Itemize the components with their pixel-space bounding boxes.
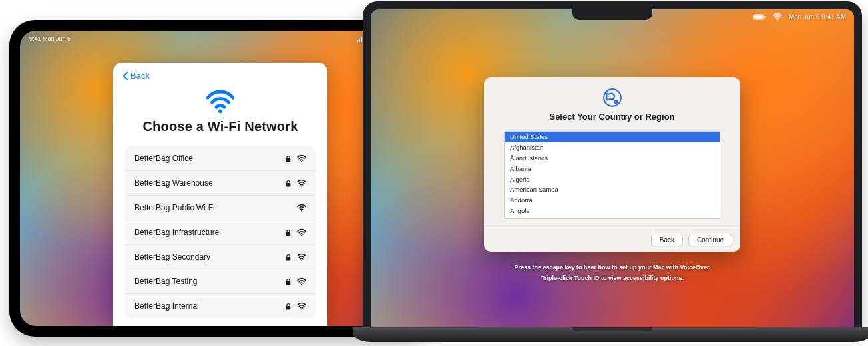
wifi-icon: [297, 253, 306, 261]
ipad-status-bar: 9:41 Mon Jun 6 100%: [29, 35, 411, 43]
wifi-icon: [297, 204, 306, 212]
wifi-network-list: BetterBag OfficeBetterBag WarehouseBette…: [125, 146, 316, 318]
back-label: Back: [130, 71, 150, 81]
wifi-icon: [297, 179, 306, 187]
wifi-network-icons: [285, 179, 306, 188]
mac-clock: Mon Jun 6 9:41 AM: [789, 13, 846, 21]
wifi-network-name: BetterBag Testing: [134, 277, 198, 286]
wifi-icon: [773, 13, 782, 21]
lock-icon: [285, 154, 292, 163]
lock-icon: [285, 253, 292, 261]
wifi-network-name: BetterBag Secondary: [134, 252, 210, 261]
wifi-network-name: BetterBag Office: [134, 154, 193, 163]
ipad-status-time: 9:41 Mon Jun 6: [29, 35, 71, 42]
wifi-network-icons: [285, 253, 306, 261]
wifi-network-name: BetterBag Warehouse: [134, 178, 213, 188]
lock-icon: [285, 228, 292, 237]
continue-button[interactable]: Continue: [688, 234, 732, 246]
lock-icon: [285, 179, 292, 188]
lock-icon: [285, 277, 292, 286]
accessibility-hints: Press the escape key to hear how to set …: [371, 262, 854, 283]
country-row[interactable]: American Samoa: [505, 184, 720, 195]
wifi-icon: [297, 154, 306, 162]
wifi-icon: [297, 302, 306, 310]
macbook-device: Mon Jun 6 9:41 AM Select Your Country or…: [363, 1, 862, 329]
country-row[interactable]: Åland Islands: [505, 153, 720, 164]
wifi-network-row[interactable]: BetterBag Internal: [125, 293, 316, 318]
wifi-network-icons: [297, 204, 306, 212]
back-button[interactable]: Back: [113, 63, 159, 85]
macbook-base: [353, 327, 868, 342]
wifi-network-row[interactable]: BetterBag Warehouse: [125, 170, 316, 195]
wifi-network-icons: [285, 154, 306, 163]
voiceover-hint: Press the escape key to hear how to set …: [371, 262, 854, 273]
lock-icon: [285, 302, 292, 311]
mac-notch: [572, 9, 652, 20]
wifi-icon: [205, 88, 236, 114]
chevron-left-icon: [122, 72, 128, 80]
wifi-setup-sheet: Back Choose a Wi-Fi Network BetterBag Of…: [113, 63, 327, 326]
country-row[interactable]: Anguilla: [505, 216, 720, 219]
mac-screen: Mon Jun 6 9:41 AM Select Your Country or…: [371, 9, 854, 329]
wifi-network-icons: [285, 302, 306, 311]
country-row[interactable]: Algeria: [505, 174, 720, 185]
back-button[interactable]: Back: [651, 234, 683, 246]
wifi-network-name: BetterBag Internal: [134, 301, 199, 311]
wifi-network-name: BetterBag Infrastructure: [134, 228, 219, 237]
ipad-screen: 9:41 Mon Jun 6 100% Back Choose a Wi-Fi …: [20, 31, 421, 326]
wifi-network-name: BetterBag Public Wi-Fi: [134, 203, 215, 212]
wifi-network-row[interactable]: BetterBag Testing: [125, 269, 316, 293]
wifi-network-row[interactable]: BetterBag Public Wi-Fi: [125, 195, 316, 220]
wifi-network-row[interactable]: BetterBag Office: [125, 146, 316, 170]
battery-icon: [753, 14, 766, 20]
setup-assistant-panel: Select Your Country or Region United Sta…: [484, 77, 740, 252]
wifi-hero: Choose a Wi-Fi Network: [113, 85, 327, 146]
wifi-icon: [297, 277, 306, 285]
touchid-hint: Triple-click Touch ID to view accessibil…: [371, 273, 854, 283]
region-title: Select Your Country or Region: [549, 112, 674, 122]
wifi-title: Choose a Wi-Fi Network: [142, 119, 298, 134]
wifi-icon: [297, 228, 306, 236]
country-row[interactable]: Andorra: [505, 195, 720, 206]
country-list[interactable]: United StatesAfghanistanÅland IslandsAlb…: [504, 131, 720, 219]
country-row[interactable]: Angola: [505, 206, 720, 216]
country-row[interactable]: Afghanistan: [505, 142, 720, 153]
region-hero: Select Your Country or Region: [484, 77, 740, 127]
wifi-network-row[interactable]: BetterBag Infrastructure: [125, 220, 316, 244]
wifi-network-icons: [285, 228, 306, 237]
wifi-network-row[interactable]: BetterBag Secondary: [125, 244, 316, 269]
macbook-lip: [572, 327, 652, 331]
wifi-network-icons: [285, 277, 306, 286]
panel-footer: Back Continue: [484, 228, 740, 252]
globe-icon: [602, 88, 622, 108]
country-row[interactable]: Albania: [505, 164, 720, 174]
country-row[interactable]: United States: [505, 132, 720, 142]
